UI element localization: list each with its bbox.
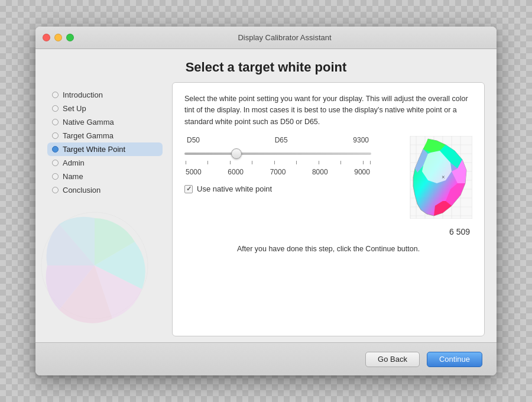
go-back-button[interactable]: Go Back xyxy=(365,352,420,367)
tick-mark xyxy=(274,161,275,164)
sidebar-dot xyxy=(52,160,59,166)
tick-mark xyxy=(340,161,341,164)
tick-label-7000: 7000 xyxy=(270,168,286,176)
window-title: Display Calibrator Assistant xyxy=(80,33,489,42)
continue-button[interactable]: Continue xyxy=(427,352,482,367)
close-button[interactable] xyxy=(43,34,50,41)
slider-track xyxy=(184,153,371,155)
sidebar-item-label: Target White Point xyxy=(63,145,125,154)
content-area: Introduction Set Up Native Gamma Target … xyxy=(35,82,497,342)
titlebar: Display Calibrator Assistant xyxy=(35,27,497,49)
sidebar: Introduction Set Up Native Gamma Target … xyxy=(47,82,163,336)
page-title: Select a target white point xyxy=(35,49,497,82)
sidebar-item-label: Set Up xyxy=(63,104,86,113)
sidebar-dot xyxy=(52,119,59,125)
sidebar-dot xyxy=(52,132,59,139)
label-9300: 9300 xyxy=(353,136,369,144)
tick-mark xyxy=(370,161,371,164)
tick-label-5000: 5000 xyxy=(186,168,202,176)
svg-text:×: × xyxy=(442,174,445,180)
sidebar-dot xyxy=(52,105,59,112)
sidebar-item-label: Admin xyxy=(63,158,85,167)
sidebar-item-target-white-point[interactable]: Target White Point xyxy=(47,142,163,156)
sidebar-dot-active xyxy=(52,146,59,153)
sidebar-item-label: Conclusion xyxy=(63,186,100,194)
slider-track-container[interactable] xyxy=(184,147,371,161)
footer: Go Back Continue xyxy=(35,342,497,375)
value-display: 6 509 xyxy=(184,227,472,236)
main-window: Display Calibrator Assistant Select a ta… xyxy=(35,27,497,375)
sidebar-item-introduction[interactable]: Introduction xyxy=(47,88,163,102)
sidebar-item-label: Name xyxy=(63,172,83,181)
tick-label-8000: 8000 xyxy=(312,168,328,176)
sidebar-item-admin[interactable]: Admin xyxy=(47,156,163,170)
tick-mark xyxy=(207,161,208,164)
use-native-white-point-checkbox[interactable] xyxy=(184,185,193,193)
slider-top-labels: D50 D65 9300 xyxy=(184,136,371,144)
after-step-text: After you have done this step, click the… xyxy=(184,245,472,253)
sidebar-dot xyxy=(52,173,59,180)
use-native-white-point-row[interactable]: Use native white point xyxy=(184,184,371,193)
slider-section: D50 D65 9300 xyxy=(184,136,472,219)
window-body: Select a target white point xyxy=(35,49,497,375)
tick-label-9000: 9000 xyxy=(354,168,370,176)
label-d50: D50 xyxy=(187,136,200,144)
svg-point-0 xyxy=(41,212,148,319)
sidebar-item-target-gamma[interactable]: Target Gamma xyxy=(47,129,163,142)
tick-mark xyxy=(252,161,252,164)
slider-thumb[interactable] xyxy=(231,148,242,159)
slider-bottom-labels: 5000 6000 7000 8000 9000 xyxy=(184,168,371,176)
slider-area: D50 D65 9300 xyxy=(184,136,371,193)
label-d65: D65 xyxy=(275,136,288,144)
minimize-button[interactable] xyxy=(54,34,62,41)
use-native-white-point-label: Use native white point xyxy=(197,184,272,193)
sidebar-item-conclusion[interactable]: Conclusion xyxy=(47,183,163,197)
sidebar-dot xyxy=(52,187,59,193)
sidebar-item-setup[interactable]: Set Up xyxy=(47,102,163,115)
traffic-lights xyxy=(43,34,74,41)
tick-mark xyxy=(363,161,364,164)
cie-diagram: × xyxy=(381,136,472,219)
tick-label-6000: 6000 xyxy=(228,168,244,176)
tick-mark xyxy=(186,161,186,164)
description-text: Select the white point setting you want … xyxy=(184,93,472,128)
sidebar-item-label: Target Gamma xyxy=(63,131,113,140)
sidebar-item-label: Native Gamma xyxy=(63,118,114,127)
tick-container xyxy=(186,161,370,166)
tick-mark xyxy=(296,161,297,164)
maximize-button[interactable] xyxy=(66,34,74,41)
sidebar-nav: Introduction Set Up Native Gamma Target … xyxy=(47,85,163,200)
main-panel: Select the white point setting you want … xyxy=(172,82,485,336)
sidebar-item-native-gamma[interactable]: Native Gamma xyxy=(47,115,163,129)
sidebar-item-label: Introduction xyxy=(63,90,103,99)
sidebar-item-name[interactable]: Name xyxy=(47,170,163,183)
sidebar-dot xyxy=(52,92,59,98)
tick-mark xyxy=(319,161,319,164)
tick-mark xyxy=(230,161,231,164)
